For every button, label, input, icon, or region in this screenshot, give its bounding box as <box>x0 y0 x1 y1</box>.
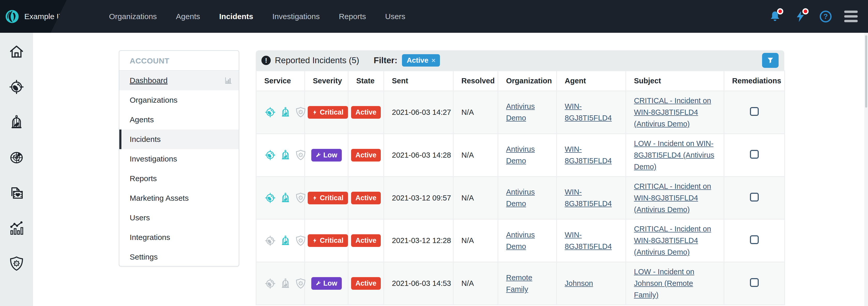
nav-reports[interactable]: Reports <box>339 12 366 21</box>
shield-virus-icon <box>295 192 307 204</box>
subject-link[interactable]: LOW - Incident on Johnson (Remote Family… <box>634 268 694 299</box>
service-cell <box>256 262 305 305</box>
state-badge: Active <box>351 106 381 119</box>
subject-link[interactable]: CRITICAL - Incident on WIN-8GJ8TI5FLD4 (… <box>634 97 711 128</box>
sent-cell: 2021-06-03 14:28 <box>384 134 454 176</box>
incidents-panel-header: ! Reported Incidents (5) Filter: Active … <box>256 50 784 70</box>
menu-item-settings[interactable]: Settings <box>119 247 239 267</box>
organization-link[interactable]: Remote Family <box>506 273 532 293</box>
remediation-checkbox[interactable] <box>750 150 759 159</box>
account-switcher[interactable]: Example IT ▾ <box>0 0 67 33</box>
table-row: Critical Active 2021-03-12 12:28 N/A Ant… <box>256 219 785 262</box>
notifications-bell-icon[interactable] <box>768 10 782 23</box>
menu-item-users[interactable]: Users <box>119 208 239 228</box>
menu-item-organizations[interactable]: Organizations <box>119 90 239 110</box>
help-icon[interactable]: ? <box>819 10 832 23</box>
canary-birdcage-icon[interactable] <box>8 114 25 131</box>
birdcage-icon <box>280 235 291 247</box>
incidents-panel: ! Reported Incidents (5) Filter: Active … <box>256 50 784 305</box>
organization-link[interactable]: Antivirus Demo <box>506 145 535 165</box>
filter-label: Filter: <box>374 56 398 65</box>
threat-hunting-footprint-icon[interactable] <box>8 79 25 95</box>
menu-item-reports[interactable]: Reports <box>119 169 239 189</box>
severity-badge: Critical <box>308 234 348 247</box>
menu-item-dashboard[interactable]: Dashboard <box>119 71 239 90</box>
activity-bolt-icon[interactable] <box>794 10 807 23</box>
antivirus-shield-icon[interactable] <box>8 256 25 272</box>
state-badge: Active <box>351 277 381 290</box>
notification-badge <box>777 8 783 14</box>
subject-link[interactable]: CRITICAL - Incident on WIN-8GJ8TI5FLD4 (… <box>634 182 711 214</box>
bolt-icon <box>312 110 317 115</box>
menu-item-marketing-assets[interactable]: Marketing Assets <box>119 189 239 208</box>
remediation-checkbox[interactable] <box>750 278 759 287</box>
state-badge: Active <box>351 234 381 247</box>
nav-incidents[interactable]: Incidents <box>219 12 253 21</box>
table-header-row: Service Severity State Sent Resolved Org… <box>256 71 785 91</box>
nav-organizations[interactable]: Organizations <box>109 12 157 21</box>
col-agent: Agent <box>557 71 626 91</box>
radar-icon[interactable] <box>8 149 25 166</box>
col-service: Service <box>256 71 305 91</box>
organization-link[interactable]: Antivirus Demo <box>506 102 535 122</box>
footprint-crosshair-icon <box>264 192 276 204</box>
account-menu-title: ACCOUNT <box>119 51 239 71</box>
state-badge: Active <box>351 192 381 204</box>
marketing-assets-icon[interactable] <box>8 185 25 201</box>
menu-item-incidents[interactable]: Incidents <box>119 130 239 149</box>
resolved-cell: N/A <box>454 219 498 262</box>
birdcage-icon <box>280 106 291 118</box>
col-resolved: Resolved <box>454 71 498 91</box>
alert-exclamation-icon: ! <box>261 56 271 65</box>
bolt-icon <box>312 195 317 201</box>
app-screen: Example IT ▾ Organizations Agents Incide… <box>0 0 868 306</box>
sent-cell: 2021-03-12 09:57 <box>384 176 454 219</box>
severity-badge: Low <box>311 149 342 162</box>
remove-filter-icon[interactable]: × <box>431 57 435 65</box>
agent-link[interactable]: WIN-8GJ8TI5FLD4 <box>565 145 612 165</box>
menu-icon[interactable] <box>844 10 858 22</box>
agent-link[interactable]: WIN-8GJ8TI5FLD4 <box>565 231 612 250</box>
shield-virus-icon <box>295 106 307 118</box>
bolt-icon <box>312 238 317 243</box>
sent-cell: 2021-03-12 12:28 <box>384 219 454 262</box>
remediation-checkbox[interactable] <box>750 107 759 116</box>
filter-chip-active[interactable]: Active × <box>402 54 440 67</box>
remediation-checkbox[interactable] <box>750 193 759 202</box>
wrench-icon <box>316 152 321 158</box>
organization-link[interactable]: Antivirus Demo <box>506 188 535 208</box>
filter-button[interactable] <box>762 53 779 68</box>
table-row: Low Active 2021-06-03 14:53 N/A Remote F… <box>256 262 785 305</box>
subject-link[interactable]: CRITICAL - Incident on WIN-8GJ8TI5FLD4 (… <box>634 225 711 256</box>
menu-item-agents[interactable]: Agents <box>119 110 239 130</box>
menu-item-investigations[interactable]: Investigations <box>119 149 239 169</box>
agent-link[interactable]: Johnson <box>565 279 593 287</box>
subject-link[interactable]: LOW - Incident on WIN-8GJ8TI5FLD4 (Antiv… <box>634 139 714 171</box>
activity-badge <box>802 8 809 14</box>
menu-item-integrations[interactable]: Integrations <box>119 228 239 247</box>
home-icon[interactable] <box>8 43 25 60</box>
col-subject: Subject <box>626 71 724 91</box>
scrollbar-thumb[interactable] <box>865 35 867 108</box>
icon-rail <box>0 33 33 306</box>
organization-link[interactable]: Antivirus Demo <box>506 231 535 250</box>
nav-investigations[interactable]: Investigations <box>272 12 319 21</box>
col-remediations: Remediations <box>724 71 785 91</box>
agent-link[interactable]: WIN-8GJ8TI5FLD4 <box>565 188 612 208</box>
nav-agents[interactable]: Agents <box>176 12 200 21</box>
severity-badge: Critical <box>308 106 348 119</box>
nav-users[interactable]: Users <box>385 12 405 21</box>
analytics-icon[interactable] <box>8 220 25 237</box>
resolved-cell: N/A <box>454 134 498 176</box>
footprint-crosshair-icon <box>264 278 276 290</box>
birdcage-icon <box>280 149 291 161</box>
chevron-down-icon: ▾ <box>66 13 69 20</box>
incidents-title: Reported Incidents (5) <box>275 56 359 65</box>
wrench-icon <box>316 281 321 286</box>
scrollbar[interactable] <box>864 33 868 306</box>
shield-virus-icon <box>295 149 307 161</box>
remediation-checkbox[interactable] <box>750 235 759 244</box>
table-row: Low Active 2021-06-03 14:28 N/A Antiviru… <box>256 134 785 176</box>
agent-link[interactable]: WIN-8GJ8TI5FLD4 <box>565 102 612 122</box>
resolved-cell: N/A <box>454 176 498 219</box>
